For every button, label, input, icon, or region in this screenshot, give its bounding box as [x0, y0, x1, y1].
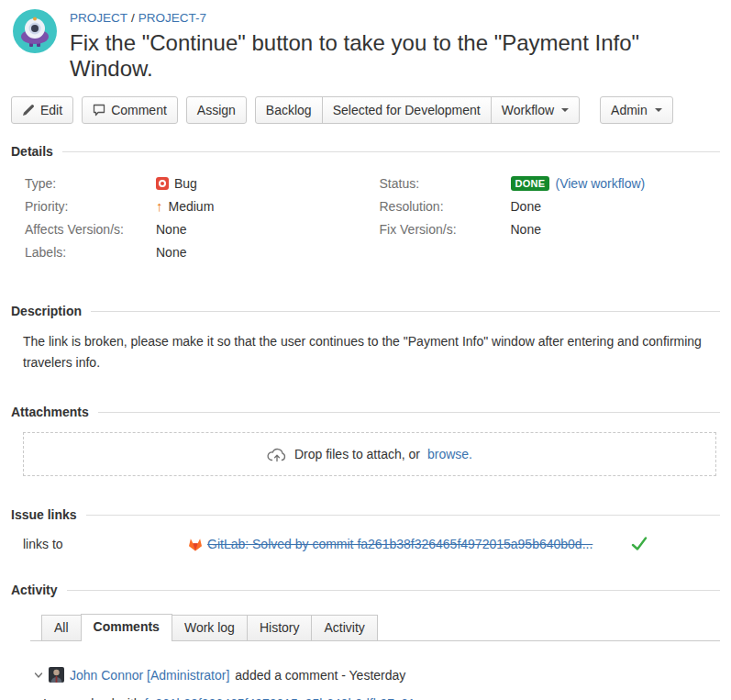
- affects-version-field: Affects Version/s: None: [11, 217, 366, 240]
- heading-rule: [67, 590, 720, 591]
- comment-action-text: added a comment - Yesterday: [235, 668, 405, 683]
- project-avatar-icon: [13, 9, 57, 53]
- issue-links-heading: Issue links: [11, 507, 77, 522]
- type-label: Type:: [11, 176, 156, 191]
- dropzone-text: Drop files to attach, or: [294, 447, 420, 461]
- fix-version-value: None: [511, 222, 541, 237]
- heading-rule: [91, 311, 720, 312]
- assign-button[interactable]: Assign: [186, 96, 247, 124]
- comment-body: Issue solved with fa261b38f326465f497201…: [43, 696, 720, 700]
- status-badge: DONE: [511, 176, 550, 191]
- details-left-column: Type: Bug Priority: ↑ Medium Affects Ver…: [11, 172, 366, 263]
- activity-heading: Activity: [11, 583, 58, 597]
- priority-field: Priority: ↑ Medium: [11, 194, 366, 217]
- comment-author-link[interactable]: John Connor [Administrator]: [70, 668, 229, 683]
- issue-link-row: links to GitLab: Solved by commit fa261b…: [11, 537, 720, 551]
- workflow-dropdown-label: Workflow: [502, 103, 554, 117]
- issue-links-section: Issue links links to GitLab: Solved by c…: [0, 507, 731, 551]
- tab-all[interactable]: All: [41, 615, 82, 640]
- comment-header: John Connor [Administrator] added a comm…: [34, 667, 720, 683]
- affects-version-value: None: [156, 222, 186, 237]
- details-section: Details Type: Bug Priority: ↑ Medium Aff…: [0, 144, 731, 263]
- fix-version-label: Fix Version/s:: [366, 222, 511, 237]
- edit-button-label: Edit: [40, 103, 62, 117]
- commit-hash-link[interactable]: fa261b38f326465f4972015a95b640b0dfb97c61…: [145, 696, 419, 700]
- backlog-button[interactable]: Backlog: [255, 96, 323, 124]
- chevron-down-icon: [655, 108, 662, 112]
- chevron-down-icon: [561, 108, 569, 112]
- selected-for-development-label: Selected for Development: [333, 103, 481, 117]
- comment-button[interactable]: Comment: [82, 96, 178, 124]
- fix-version-field: Fix Version/s: None: [366, 217, 721, 240]
- issue-title: Fix the "Continue" button to take you to…: [70, 30, 720, 82]
- description-text: The link is broken, please make it so th…: [11, 331, 720, 373]
- status-field: Status: DONE (View workflow): [366, 172, 721, 194]
- breadcrumb-project-link[interactable]: PROJECT: [70, 11, 127, 25]
- resolution-value: Done: [511, 199, 541, 214]
- comment-text: Issue solved with: [43, 696, 145, 700]
- type-field: Type: Bug: [11, 172, 366, 194]
- tab-comments[interactable]: Comments: [81, 614, 172, 641]
- details-right-column: Status: DONE (View workflow) Resolution:…: [366, 172, 721, 263]
- attachments-section: Attachments Drop files to attach, or bro…: [0, 405, 731, 476]
- paren-close: ): [641, 176, 646, 191]
- breadcrumb-issue-link[interactable]: PROJECT-7: [138, 11, 206, 25]
- browse-link[interactable]: browse.: [427, 447, 472, 461]
- admin-dropdown-button[interactable]: Admin: [600, 96, 673, 124]
- labels-label: Labels:: [11, 245, 156, 260]
- comment-button-label: Comment: [111, 103, 167, 117]
- pencil-icon: [22, 104, 35, 117]
- gitlab-commit-link[interactable]: GitLab: Solved by commit fa261b38f326465…: [207, 537, 593, 551]
- status-label: Status:: [366, 176, 511, 191]
- heading-rule: [98, 412, 720, 413]
- attachments-heading: Attachments: [11, 405, 89, 419]
- breadcrumb-separator: /: [131, 11, 135, 25]
- resolution-field: Resolution: Done: [366, 194, 721, 217]
- tab-work-log[interactable]: Work log: [172, 615, 248, 640]
- priority-value: Medium: [169, 199, 215, 214]
- assign-button-label: Assign: [197, 103, 236, 117]
- activity-tabs: All Comments Work log History Activity: [30, 614, 720, 641]
- view-workflow-link[interactable]: View workflow: [559, 176, 640, 191]
- backlog-button-label: Backlog: [266, 103, 312, 117]
- breadcrumb: PROJECT/PROJECT-7: [70, 11, 720, 25]
- affects-version-label: Affects Version/s:: [11, 222, 156, 237]
- heading-rule: [86, 515, 720, 516]
- comment-bubble-icon: [93, 104, 105, 117]
- priority-medium-icon: ↑: [156, 198, 163, 214]
- heading-rule: [62, 151, 720, 152]
- description-heading: Description: [11, 304, 82, 318]
- gitlab-icon: [188, 538, 207, 551]
- workflow-button-group: Backlog Selected for Development Workflo…: [255, 96, 580, 124]
- description-section: Description The link is broken, please m…: [0, 304, 731, 373]
- resolved-check-icon: [631, 537, 648, 551]
- tab-activity[interactable]: Activity: [311, 615, 377, 640]
- activity-section: Activity All Comments Work log History A…: [0, 583, 731, 700]
- collapse-chevron-icon[interactable]: [34, 671, 43, 680]
- user-avatar: [49, 667, 64, 683]
- edit-button[interactable]: Edit: [11, 96, 73, 124]
- labels-field: Labels: None: [11, 240, 366, 263]
- type-value: Bug: [174, 176, 197, 191]
- labels-value: None: [156, 245, 186, 260]
- link-relation-label: links to: [11, 537, 188, 551]
- priority-label: Priority:: [11, 199, 156, 214]
- issue-header: PROJECT/PROJECT-7 Fix the "Continue" but…: [0, 0, 731, 82]
- bug-type-icon: [156, 177, 169, 190]
- details-heading: Details: [11, 144, 53, 159]
- attachment-dropzone[interactable]: Drop files to attach, or browse.: [23, 432, 716, 476]
- selected-for-development-button[interactable]: Selected for Development: [322, 96, 492, 124]
- admin-dropdown-label: Admin: [611, 103, 648, 117]
- workflow-dropdown-button[interactable]: Workflow: [491, 96, 580, 124]
- cloud-upload-icon: [267, 446, 287, 462]
- tab-history[interactable]: History: [247, 615, 313, 640]
- resolution-label: Resolution:: [366, 199, 511, 214]
- toolbar: Edit Comment Assign Backlog Selected for…: [11, 96, 720, 124]
